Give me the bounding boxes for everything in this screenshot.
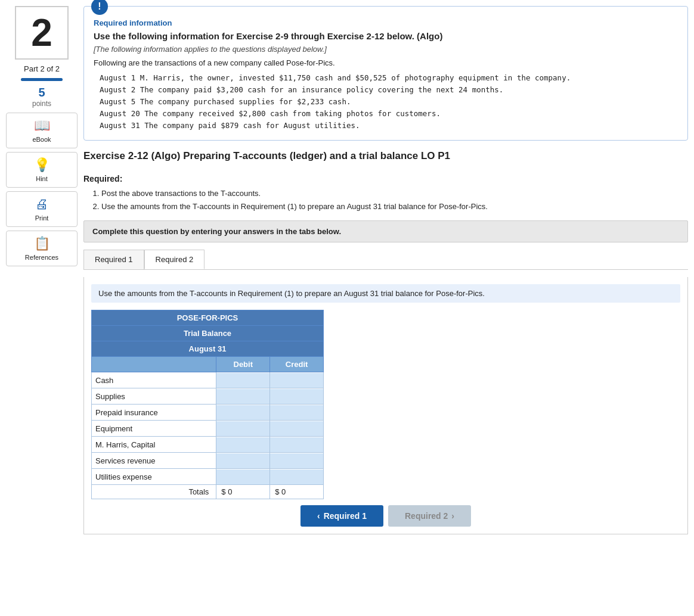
services-credit-input[interactable] xyxy=(270,453,323,468)
transactions-text: August 1 M. Harris, the owner, invested … xyxy=(94,72,678,132)
totals-label: Totals xyxy=(92,485,216,499)
sidebar-tool-print[interactable]: 🖨 Print xyxy=(6,191,78,227)
col-header-row: Debit Credit xyxy=(92,357,324,372)
tab-required-1[interactable]: Required 1 xyxy=(83,250,144,269)
table-title: Trial Balance xyxy=(92,326,324,341)
transaction-line-1: August 1 M. Harris, the owner, invested … xyxy=(100,72,678,84)
utilities-debit-cell[interactable] xyxy=(216,469,270,485)
equipment-credit-input[interactable] xyxy=(270,421,323,436)
harris-debit-input[interactable] xyxy=(216,437,269,452)
info-box: ! Required information Use the following… xyxy=(83,6,688,141)
next-button[interactable]: Required 2 › xyxy=(388,505,471,527)
transaction-line-2: August 2 The company paid $3,200 cash fo… xyxy=(100,84,678,96)
col-account xyxy=(92,357,216,372)
references-label: References xyxy=(25,254,58,261)
sidebar-tool-ebook[interactable]: 📖 eBook xyxy=(6,113,78,148)
table-row: Cash xyxy=(92,372,324,388)
print-label: Print xyxy=(35,214,49,222)
sidebar-tool-hint[interactable]: 💡 Hint xyxy=(6,152,78,188)
required-list: Post the above transactions to the T-acc… xyxy=(83,187,688,213)
table-date: August 31 xyxy=(92,341,324,357)
supplies-debit-input[interactable] xyxy=(216,389,269,404)
utilities-debit-input[interactable] xyxy=(216,469,269,484)
company-row: POSE-FOR-PICS xyxy=(92,310,324,326)
hint-label: Hint xyxy=(36,175,48,182)
tab-instruction: Use the amounts from the T-accounts in R… xyxy=(91,284,680,303)
nav-buttons: ‹ Required 1 Required 2 › xyxy=(91,505,680,527)
main-content: ! Required information Use the following… xyxy=(83,6,688,610)
prev-button[interactable]: ‹ Required 1 xyxy=(300,505,383,527)
equipment-debit-cell[interactable] xyxy=(216,421,270,437)
prepaid-debit-cell[interactable] xyxy=(216,405,270,421)
tab-content: Use the amounts from the T-accounts in R… xyxy=(83,277,688,534)
supplies-debit-cell[interactable] xyxy=(216,388,270,405)
title-row: Trial Balance xyxy=(92,326,324,341)
prev-button-label: Required 1 xyxy=(324,511,367,521)
account-equipment: Equipment xyxy=(92,421,216,437)
table-row: M. Harris, Capital xyxy=(92,437,324,453)
progress-bar xyxy=(21,78,63,81)
required-item-1: Post the above transactions to the T-acc… xyxy=(101,187,688,200)
table-row: Services revenue xyxy=(92,453,324,469)
points-label: points xyxy=(32,99,51,108)
prev-arrow-icon: ‹ xyxy=(317,511,320,521)
cash-debit-input[interactable] xyxy=(216,373,269,388)
equipment-credit-cell[interactable] xyxy=(270,421,324,437)
hint-icon: 💡 xyxy=(34,157,50,173)
harris-credit-cell[interactable] xyxy=(270,437,324,453)
account-utilities-expense: Utilities expense xyxy=(92,469,216,485)
table-row: Prepaid insurance xyxy=(92,405,324,421)
account-harris-capital: M. Harris, Capital xyxy=(92,437,216,453)
tab-required-2[interactable]: Required 2 xyxy=(144,250,205,269)
col-credit-header: Credit xyxy=(270,357,324,372)
transaction-line-3: August 5 The company purchased supplies … xyxy=(100,96,678,108)
exercise-title: Exercise 2-12 (Algo) Preparing T-account… xyxy=(83,150,688,162)
account-cash: Cash xyxy=(92,372,216,388)
required-info-label: Required information xyxy=(94,18,678,27)
cash-credit-cell[interactable] xyxy=(270,372,324,388)
supplies-credit-cell[interactable] xyxy=(270,388,324,405)
totals-row: Totals $ 0 $ 0 xyxy=(92,485,324,499)
ebook-label: eBook xyxy=(32,136,51,143)
prepaid-debit-input[interactable] xyxy=(216,405,269,420)
points-section: 5 points xyxy=(32,86,51,108)
sidebar-tool-references[interactable]: 📋 References xyxy=(6,231,78,266)
company-name: POSE-FOR-PICS xyxy=(92,310,324,326)
utilities-credit-input[interactable] xyxy=(270,469,323,484)
transaction-line-5: August 31 The company paid $879 cash for… xyxy=(100,120,678,132)
account-supplies: Supplies xyxy=(92,388,216,405)
supplies-credit-input[interactable] xyxy=(270,389,323,404)
cash-debit-cell[interactable] xyxy=(216,372,270,388)
table-row: Equipment xyxy=(92,421,324,437)
services-debit-input[interactable] xyxy=(216,453,269,468)
required-label: Required: xyxy=(83,174,688,183)
exclamation-icon: ! xyxy=(91,0,108,15)
trial-balance-table: POSE-FOR-PICS Trial Balance August 31 De… xyxy=(91,310,324,499)
references-icon: 📋 xyxy=(34,236,50,251)
prepaid-credit-input[interactable] xyxy=(270,405,323,420)
services-debit-cell[interactable] xyxy=(216,453,270,469)
account-services-revenue: Services revenue xyxy=(92,453,216,469)
cash-credit-input[interactable] xyxy=(270,373,323,388)
table-row: Utilities expense xyxy=(92,469,324,485)
print-icon: 🖨 xyxy=(35,197,48,212)
transaction-line-4: August 20 The company received $2,800 ca… xyxy=(100,108,678,120)
col-debit-header: Debit xyxy=(216,357,270,372)
harris-debit-cell[interactable] xyxy=(216,437,270,453)
next-arrow-icon: › xyxy=(451,511,454,521)
complete-banner: Complete this question by entering your … xyxy=(83,220,688,242)
part-label: Part 2 of 2 xyxy=(24,64,60,73)
total-credit-cell: $ 0 xyxy=(270,485,324,499)
harris-credit-input[interactable] xyxy=(270,437,323,452)
sidebar: 2 Part 2 of 2 5 points 📖 eBook 💡 Hint 🖨 … xyxy=(6,6,78,610)
equipment-debit-input[interactable] xyxy=(216,421,269,436)
info-box-title: Use the following information for Exerci… xyxy=(94,31,678,41)
step-number: 2 xyxy=(15,6,69,60)
required-section: Required: Post the above transactions to… xyxy=(83,174,688,213)
trial-table-wrapper: POSE-FOR-PICS Trial Balance August 31 De… xyxy=(91,310,680,499)
info-box-subtitle: [The following information applies to th… xyxy=(94,45,678,54)
account-prepaid-insurance: Prepaid insurance xyxy=(92,405,216,421)
services-credit-cell[interactable] xyxy=(270,453,324,469)
prepaid-credit-cell[interactable] xyxy=(270,405,324,421)
utilities-credit-cell[interactable] xyxy=(270,469,324,485)
